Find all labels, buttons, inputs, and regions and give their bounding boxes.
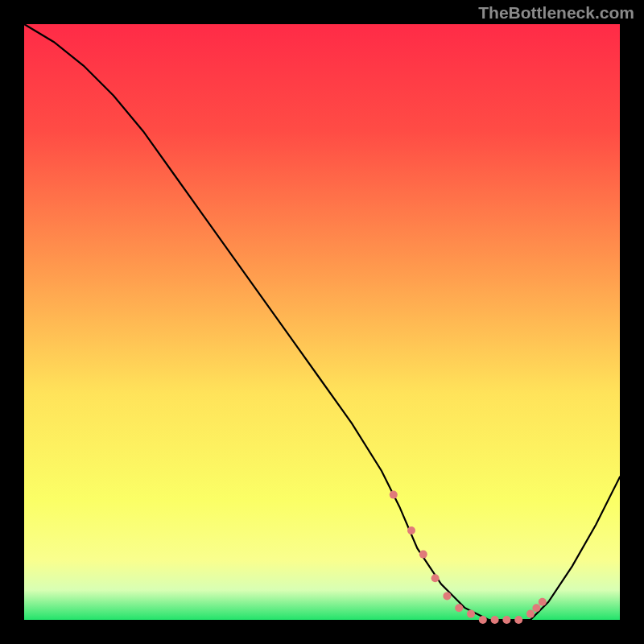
highlight-marker (539, 598, 547, 606)
chart-container: { "watermark": "TheBottleneck.com", "plo… (0, 0, 644, 644)
highlight-marker (407, 526, 415, 535)
highlight-marker (455, 604, 463, 612)
highlight-marker (443, 592, 451, 600)
watermark-text: TheBottleneck.com (478, 3, 634, 23)
highlight-marker (390, 491, 398, 499)
highlight-marker (479, 616, 487, 624)
gradient-background (24, 24, 620, 620)
highlight-marker (431, 574, 440, 582)
highlight-marker (514, 616, 522, 624)
highlight-marker (467, 610, 475, 618)
bottleneck-chart (0, 0, 644, 644)
highlight-marker (532, 604, 540, 612)
highlight-marker (526, 610, 535, 618)
highlight-marker (502, 616, 510, 624)
highlight-marker (491, 616, 499, 624)
highlight-marker (419, 551, 427, 559)
